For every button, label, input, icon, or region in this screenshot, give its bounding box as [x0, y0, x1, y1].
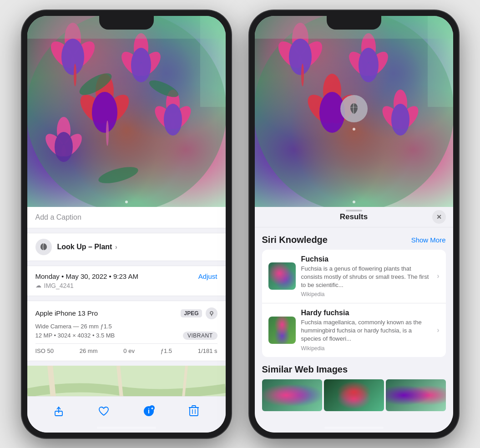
results-panel: Results ✕ Siri Knowledge Show More: [255, 207, 453, 433]
metadata-section: Monday • May 30, 2022 • 9:23 AM Adjust ☁…: [27, 266, 226, 296]
exif-ev: 0 ev: [123, 347, 135, 354]
knowledge-item-hardy[interactable]: Hardy fuchsia Fuchsia magellanica, commo…: [262, 303, 446, 357]
fuchsia-desc: Fuchsia is a genus of flowering plants t…: [301, 265, 432, 290]
svg-point-21: [41, 130, 70, 160]
lookup-text: Look Up – Plant ›: [57, 243, 117, 251]
similar-title: Similar Web Images: [262, 364, 446, 375]
similar-image-1[interactable]: [262, 379, 322, 411]
right-screen: Results ✕ Siri Knowledge Show More: [255, 16, 453, 433]
svg-point-8: [117, 48, 147, 80]
svg-point-57: [394, 90, 407, 117]
photo-area-left[interactable]: [27, 16, 226, 207]
svg-point-47: [289, 39, 312, 75]
svg-point-52: [359, 48, 379, 82]
knowledge-item-fuchsia[interactable]: Fuchsia Fuchsia is a genus of flowering …: [262, 250, 446, 304]
similar-section: Similar Web Images: [262, 364, 446, 411]
similar-image-3[interactable]: [386, 379, 446, 411]
lookup-subject: Plant: [94, 243, 112, 251]
svg-point-13: [92, 92, 117, 133]
siri-leaf-icon: [347, 101, 361, 116]
svg-point-44: [292, 23, 308, 55]
similar-image-2[interactable]: [324, 379, 384, 411]
svg-rect-62: [428, 16, 453, 107]
svg-point-53: [323, 74, 341, 108]
siri-knowledge-title: Siri Knowledge: [262, 235, 328, 245]
lookup-icon: [35, 239, 52, 255]
photo-area-right[interactable]: [255, 16, 453, 207]
exif-focal: 26 mm: [80, 347, 98, 354]
svg-point-55: [303, 90, 339, 128]
svg-point-60: [391, 104, 409, 136]
left-phone: Add a Caption Look Up – Plant: [22, 10, 231, 438]
svg-point-18: [164, 104, 182, 136]
svg-point-24: [147, 77, 181, 100]
results-title: Results: [340, 212, 368, 221]
heart-icon: [98, 406, 110, 417]
exif-shutter: 1/181 s: [198, 347, 217, 354]
svg-point-20: [57, 130, 86, 160]
exif-aperture: ƒ1.5: [161, 347, 172, 354]
right-phone: Results ✕ Siri Knowledge Show More: [249, 10, 459, 438]
favorite-button[interactable]: [92, 401, 115, 421]
device-name: Apple iPhone 13 Pro: [35, 309, 98, 317]
adjust-button[interactable]: Adjust: [198, 272, 217, 280]
svg-point-7: [135, 48, 165, 80]
hardy-source: Wikipedia: [301, 345, 432, 352]
svg-point-12: [75, 90, 111, 128]
info-icon: i ✦: [143, 405, 155, 417]
svg-point-46: [273, 37, 307, 72]
svg-point-3: [46, 37, 79, 72]
results-close-button[interactable]: ✕: [432, 210, 446, 224]
location-icon-svg: [208, 310, 215, 317]
svg-point-50: [362, 48, 392, 80]
hardy-info: Hardy fuchsia Fuchsia magellanica, commo…: [301, 309, 432, 352]
svg-point-5: [74, 64, 76, 86]
resolution-text: 12 MP • 3024 × 4032 • 3.5 MB: [35, 332, 115, 339]
fuchsia-name: Fuchsia: [301, 255, 432, 263]
notch-left: [99, 16, 154, 30]
svg-point-25: [96, 163, 139, 186]
hardy-thumb-image: [268, 317, 296, 344]
cloud-icon: ☁: [35, 282, 41, 289]
hardy-thumbnail: [268, 317, 296, 344]
caption-row[interactable]: Add a Caption: [27, 207, 226, 228]
svg-point-49: [361, 33, 376, 62]
camera-meta: Wide Camera — 26 mm ƒ1.5: [35, 323, 217, 330]
fuchsia-thumbnail: [268, 262, 296, 290]
knowledge-card: Fuchsia Fuchsia is a genus of flowering …: [262, 250, 446, 357]
flower-photo-left: [27, 16, 226, 207]
svg-point-4: [61, 39, 84, 75]
svg-point-16: [167, 102, 195, 132]
info-button[interactable]: i ✦: [137, 401, 160, 421]
filename-row: ☁ IMG_4241: [35, 282, 217, 289]
svg-point-58: [394, 102, 422, 132]
svg-point-45: [293, 37, 327, 72]
page-indicator-right: [353, 201, 355, 203]
svg-point-28: [210, 312, 213, 314]
filename: IMG_4241: [44, 282, 74, 289]
caption-placeholder: Add a Caption: [35, 213, 81, 221]
svg-point-11: [97, 90, 133, 128]
share-button[interactable]: [47, 401, 70, 421]
svg-rect-40: [192, 406, 196, 408]
hardy-chevron: ›: [437, 326, 439, 334]
siri-dot: [353, 128, 355, 131]
badge-row: JPEG: [181, 307, 217, 319]
lookup-chevron: ›: [115, 243, 117, 251]
svg-rect-38: [190, 408, 198, 416]
show-more-button[interactable]: Show More: [411, 236, 446, 244]
svg-point-15: [166, 90, 180, 117]
svg-point-59: [379, 102, 406, 132]
siri-knowledge-header: Siri Knowledge Show More: [262, 235, 446, 245]
fuchsia-thumb-image: [268, 262, 296, 290]
delete-button[interactable]: [182, 401, 205, 421]
vibrant-badge: VIBRANT: [183, 332, 217, 340]
location-icon[interactable]: [206, 307, 217, 319]
hardy-desc: Fuchsia magellanica, commonly known as t…: [301, 318, 432, 343]
sheet-handle: [346, 210, 362, 211]
svg-point-48: [301, 64, 304, 86]
lookup-row[interactable]: Look Up – Plant ›: [27, 233, 226, 261]
home-indicator-left: [97, 427, 156, 429]
svg-point-2: [66, 37, 99, 72]
svg-text:✦: ✦: [151, 407, 154, 411]
